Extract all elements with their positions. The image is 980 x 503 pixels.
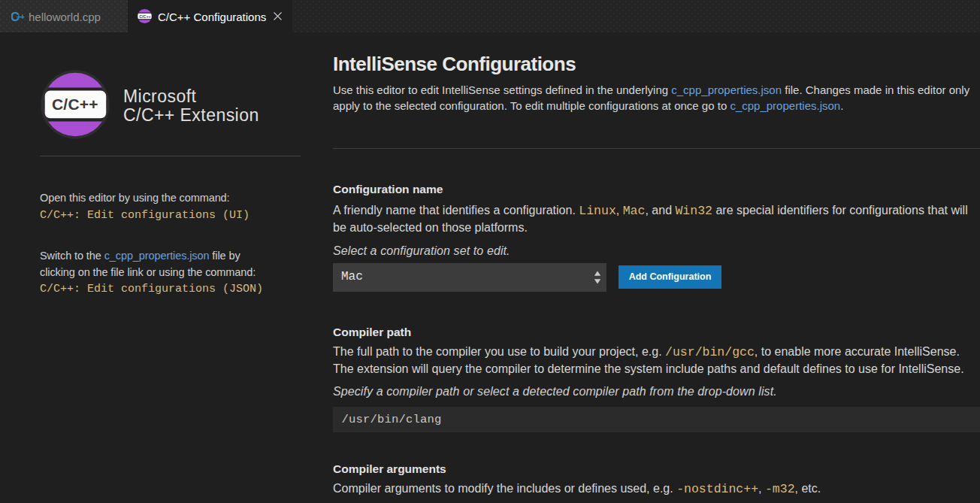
svg-text:C/C++: C/C++ — [52, 95, 98, 113]
svg-text:+: + — [20, 13, 25, 21]
svg-text:C/C++: C/C++ — [139, 14, 151, 19]
